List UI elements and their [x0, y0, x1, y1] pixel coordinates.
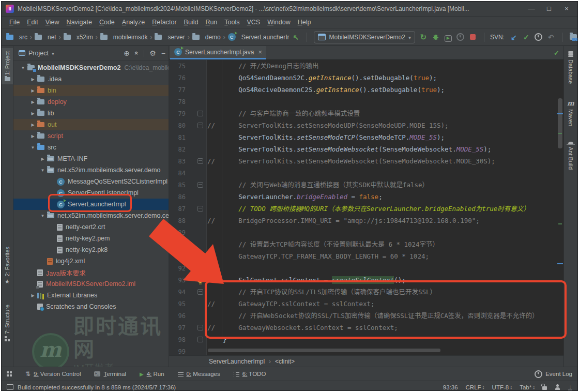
code-line[interactable]: 86 ServerLauncher.bridgeEnabled = false; [169, 191, 563, 203]
scrollbar-thumb[interactable] [558, 98, 562, 148]
menu-item-tools[interactable]: Tools [221, 19, 243, 26]
tree-toggle[interactable]: ▼ [28, 145, 37, 150]
menu-item-vcs[interactable]: VCS [243, 19, 264, 26]
tree-item-messageqosevents2clistnerimpl[interactable]: MessageQoSEventS2CListnerImpl [13, 176, 169, 187]
settings-gear-icon[interactable] [149, 49, 156, 57]
tree-item-net-x52im-mobileimsdk-server-demo-certs[interactable]: ▼net.x52im.mobileimsdk.server.demo.certs [13, 210, 169, 221]
tree-toggle[interactable]: ▶ [28, 293, 37, 298]
menu-item-refactor[interactable]: Refactor [148, 19, 180, 26]
coverage-button[interactable] [442, 32, 454, 43]
tree-toggle[interactable]: ▶ [28, 134, 37, 139]
tree-item-scratches-and-consoles[interactable]: Scratches and Consoles [13, 301, 169, 312]
tab-serverlauncherimpl-java[interactable]: ServerLauncherImpl.java [170, 46, 266, 59]
fold-marker-icon[interactable] [197, 289, 203, 295]
tree-item-netty-key2-pem[interactable]: netty-key2.pem [13, 233, 169, 244]
close-button[interactable]: × [558, 2, 575, 16]
project-structure-button[interactable] [567, 32, 578, 43]
menu-item-window[interactable]: Window [264, 19, 294, 26]
jump-to-source-button[interactable] [290, 32, 302, 43]
breadcrumb-serverlauncherir[interactable]: ServerLauncherIr [228, 33, 290, 41]
breadcrumb-member[interactable]: <clinit> [275, 358, 295, 365]
tree-item-bin[interactable]: ▶bin [13, 85, 169, 96]
tree-toggle[interactable]: ▶ [28, 111, 37, 116]
code-line[interactable]: 82 ServerToolKits.setSenseModeWebsocket(… [169, 143, 563, 155]
toolwindow-button-6-todo[interactable]: 6: TODO [234, 371, 266, 377]
indent-select[interactable]: Tab* [520, 384, 535, 390]
tree-toggle[interactable]: ▶ [28, 88, 37, 93]
encoding-select[interactable]: UTF-8 [492, 384, 512, 390]
caret-position[interactable]: 93:36 [443, 384, 458, 390]
tree-item-servereventlistenerimpl[interactable]: ServerEventListenerImpl [13, 187, 169, 199]
tree-toggle[interactable]: ▼ [38, 214, 47, 218]
code-line[interactable]: 79 // 与客户端协商一致的心跳频率模式设置 [169, 108, 563, 119]
stop-button[interactable] [467, 32, 479, 43]
breadcrumb-demo[interactable]: demo [192, 34, 221, 41]
tree-item-script[interactable]: ▶script [13, 130, 169, 142]
fold-marker-icon[interactable] [197, 158, 203, 164]
tree-toggle[interactable]: ▼ [38, 168, 47, 173]
code-line[interactable]: 77 QoS4ReciveDaemonC2S.getInstance().set… [169, 84, 563, 96]
code-line[interactable]: 98 } [169, 334, 563, 345]
code-line[interactable]: 91// GatewayTCP.TCP_FRAME_MAX_BODY_LENGT… [169, 250, 563, 262]
tree-item-serverlauncherimpl[interactable]: ServerLauncherImpl [13, 199, 169, 210]
fold-marker-icon[interactable] [197, 123, 203, 128]
debug-button[interactable] [430, 32, 442, 43]
menu-item-run[interactable]: Run [202, 19, 221, 26]
code-line[interactable]: 76 QoS4SendDaemonS2C.getInstance().setDe… [169, 72, 563, 84]
history-button[interactable] [532, 32, 545, 43]
vertical-scrollbar[interactable] [557, 60, 563, 355]
fold-marker-icon[interactable] [197, 253, 203, 259]
tree-toggle[interactable]: ▶ [28, 100, 37, 104]
tree-item-java[interactable]: Java版本要求 [13, 267, 169, 278]
stripe-item-1-project[interactable]: 1: Project [2, 48, 13, 84]
update-project-button[interactable] [508, 32, 520, 43]
maximize-button[interactable]: □ [540, 2, 558, 16]
menu-item-build[interactable]: Build [180, 19, 202, 26]
lock-icon[interactable] [542, 386, 547, 390]
inspections-ok-icon[interactable] [554, 48, 559, 57]
breadcrumb-x52im[interactable]: x52im [64, 34, 93, 41]
code-line[interactable]: 97// GatewayWebsocket.sslContext = sslCo… [169, 322, 563, 334]
code-line[interactable]: 81 ServerToolKits.setSenseModeTCP(SenseM… [169, 131, 563, 143]
toolwindow-button-4-run[interactable]: 4: Run [140, 371, 164, 377]
toolwindow-button-0-messages[interactable]: 0: Messages [178, 371, 220, 377]
breadcrumb-src[interactable]: src [6, 34, 27, 41]
horizontal-scrollbar[interactable] [208, 349, 440, 352]
code-line[interactable]: 80// ServerToolKits.setSenseModeUDP(Sens… [169, 119, 563, 131]
tree-item-netty-key2-pk8[interactable]: netty-key2.pk8 [13, 244, 169, 255]
toolwindow-button-9-version-control[interactable]: 9: Version Control [25, 370, 81, 378]
menu-item-edit[interactable]: Edit [23, 19, 42, 26]
tree-item-out[interactable]: ▶out [13, 119, 169, 130]
code-line[interactable]: 87 // TODO 跨服桥接器MQ的URI（本参数只在ServerLaunch… [169, 203, 563, 215]
code-line[interactable]: 85 // 关闭与Web端的消息互通桥接器（其实SDK中默认就是false） [169, 179, 563, 191]
menu-item-view[interactable]: View [42, 19, 63, 26]
code-line[interactable]: 89 [169, 227, 563, 238]
tree-item-lib[interactable]: ▶lib [13, 108, 169, 119]
stripe-item-2-favorites[interactable]: 2: Favorites [2, 247, 13, 285]
breadcrumb-class[interactable]: ServerLauncherImpl [209, 358, 265, 365]
code-line[interactable]: 78 [169, 96, 563, 108]
breadcrumb-server[interactable]: server [155, 34, 185, 41]
code-line[interactable]: 83// ServerToolKits.setSenseModeWebsocke… [169, 155, 563, 167]
tree-item-src[interactable]: ▼src [13, 142, 169, 153]
tree-toggle[interactable]: ▶ [38, 157, 47, 161]
event-log-button[interactable]: Event Log [535, 370, 572, 378]
code-line[interactable]: 90 // 设置最大TCP帧内容长度（不设置则默认最大是 6 * 1024字节） [169, 238, 563, 250]
tree-item-idea[interactable]: ▶.idea [13, 73, 169, 85]
chevron-down-icon[interactable] [52, 50, 54, 57]
tree-toggle[interactable]: ▶ [28, 77, 37, 82]
tree-item-deploy[interactable]: ▶deploy [13, 96, 169, 108]
project-panel-title[interactable]: Project [28, 50, 49, 57]
fold-marker-icon[interactable] [197, 337, 203, 342]
fold-marker-icon[interactable] [197, 111, 203, 116]
toolwindow-button-terminal[interactable]: Terminal [94, 371, 126, 377]
code-line[interactable]: 84 [169, 167, 563, 179]
tree-item-mobileimsdkserverdemo2[interactable]: ▼MobileIMSDKServerDemo2C:\e\idea_mobilei… [13, 62, 169, 73]
code-line[interactable]: 75 // 开/关Demog日志的输出 [169, 60, 563, 72]
tree-item-mobileimsdkserverdemo2-iml[interactable]: MobileIMSDKServerDemo2.iml [13, 278, 169, 290]
code-line[interactable]: 93 SslContext sslContext = createSslCont… [169, 274, 563, 286]
hide-panel-button[interactable] [161, 49, 165, 57]
tree-toggle[interactable]: ▶ [28, 123, 37, 127]
collapse-all-button[interactable] [133, 51, 141, 55]
tree-item-netty-cert2-crt[interactable]: netty-cert2.crt [13, 221, 169, 233]
